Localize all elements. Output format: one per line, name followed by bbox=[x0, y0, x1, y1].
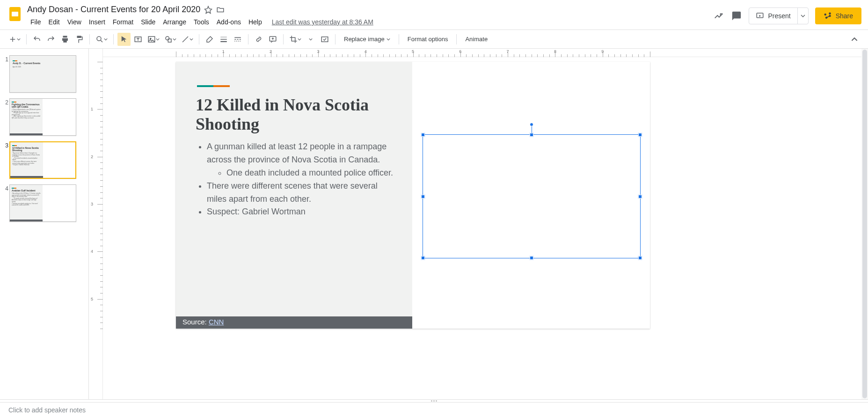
resize-handle-e[interactable] bbox=[638, 195, 642, 198]
menu-insert[interactable]: Insert bbox=[86, 16, 109, 28]
collapse-toolbar-icon[interactable] bbox=[847, 36, 861, 43]
resize-handle-sw[interactable] bbox=[421, 256, 425, 260]
vertical-scrollbar[interactable] bbox=[861, 49, 868, 399]
redo-button[interactable] bbox=[44, 33, 58, 46]
paint-format-button[interactable] bbox=[73, 33, 86, 46]
source-bar: Source: CNN bbox=[176, 316, 412, 329]
thumb-title: Andy D. - Current Events bbox=[13, 62, 73, 65]
slide-thumb-2[interactable]: Fighting the Coronavirus with QR Codes •… bbox=[9, 98, 76, 136]
thumb-text: • A gunman killed at least 12 people in … bbox=[12, 153, 41, 166]
thumb-text: • China implemented a new QR-based syste… bbox=[12, 109, 41, 119]
resize-handle-se[interactable] bbox=[638, 256, 642, 260]
thumb-title: 12 Killed in Nova Scotia Shooting bbox=[12, 147, 41, 152]
share-label: Share bbox=[836, 12, 853, 20]
crop-button[interactable] bbox=[287, 33, 303, 46]
speaker-notes[interactable]: Click to add speaker notes bbox=[0, 402, 868, 418]
resize-handle-s[interactable] bbox=[530, 256, 533, 260]
present-button-group: Present bbox=[749, 7, 808, 24]
star-icon[interactable] bbox=[204, 6, 212, 14]
undo-button[interactable] bbox=[30, 33, 44, 46]
print-button[interactable] bbox=[58, 33, 72, 46]
thumb-number: 2 bbox=[3, 98, 9, 136]
thumb-title: Fighting the Coronavirus with QR Codes bbox=[12, 103, 41, 108]
thumb-sub: April 20 2020 bbox=[13, 66, 73, 68]
svg-rect-17 bbox=[234, 41, 235, 42]
share-button[interactable]: Share bbox=[815, 7, 861, 24]
menu-format[interactable]: Format bbox=[109, 16, 137, 28]
explore-icon[interactable] bbox=[713, 10, 724, 22]
main-area: 1 Andy D. - Current Events April 20 2020… bbox=[0, 49, 868, 399]
slide-panel[interactable]: 1 Andy D. - Current Events April 20 2020… bbox=[0, 49, 89, 399]
menu-addons[interactable]: Add-ons bbox=[213, 16, 244, 28]
canvas-area[interactable]: 12345 123456789 12 Killed in Nova Scotia… bbox=[89, 49, 868, 399]
thumb-title: Arabian Gulf Incident bbox=[12, 190, 41, 192]
comments-icon[interactable] bbox=[731, 10, 742, 22]
thumb-number: 4 bbox=[3, 184, 9, 222]
menu-arrange[interactable]: Arrange bbox=[160, 16, 190, 28]
source-link[interactable]: CNN bbox=[209, 318, 224, 326]
menu-view[interactable]: View bbox=[64, 16, 85, 28]
border-dash-button[interactable] bbox=[231, 33, 244, 46]
slide-canvas[interactable]: 12 Killed in Nova Scotia Shooting A gunm… bbox=[176, 62, 650, 329]
menu-help[interactable]: Help bbox=[245, 16, 265, 28]
border-color-button[interactable] bbox=[203, 33, 216, 46]
rotate-handle[interactable] bbox=[530, 123, 533, 126]
svg-rect-14 bbox=[234, 39, 236, 40]
border-weight-button[interactable] bbox=[217, 33, 230, 46]
bullet-item: A gunman killed at least 12 people in a … bbox=[207, 142, 387, 164]
resize-handle-w[interactable] bbox=[421, 195, 425, 198]
slide-thumb-4[interactable]: Arabian Gulf Incident • According to the… bbox=[9, 184, 76, 222]
replace-image-button[interactable]: Replace image bbox=[339, 33, 395, 46]
app-header: Andy Dosan - Current Events for 20 April… bbox=[0, 0, 868, 30]
comment-button[interactable] bbox=[266, 33, 279, 46]
accent-bar bbox=[197, 85, 230, 87]
menu-tools[interactable]: Tools bbox=[190, 16, 212, 28]
toolbar: Replace image Format options Animate bbox=[0, 30, 868, 49]
thumb-text: • According to the US Navy, 11 Iranian v… bbox=[12, 193, 41, 206]
menu-file[interactable]: File bbox=[27, 16, 44, 28]
mask-button[interactable] bbox=[304, 33, 317, 46]
present-dropdown[interactable] bbox=[797, 8, 808, 24]
resize-handle-n[interactable] bbox=[530, 133, 533, 137]
new-slide-button[interactable] bbox=[7, 33, 22, 46]
svg-rect-15 bbox=[237, 39, 239, 40]
source-label: Source: bbox=[182, 318, 207, 326]
textbox-tool[interactable] bbox=[131, 33, 145, 46]
thumb-number: 3 bbox=[3, 141, 9, 179]
svg-rect-1 bbox=[12, 12, 18, 16]
image-tool[interactable] bbox=[146, 33, 161, 46]
slides-logo[interactable] bbox=[7, 6, 23, 22]
svg-point-8 bbox=[166, 37, 169, 40]
horizontal-ruler: 123456789 bbox=[103, 49, 868, 57]
slide-thumb-3[interactable]: 12 Killed in Nova Scotia Shooting • A gu… bbox=[9, 141, 76, 179]
svg-point-7 bbox=[150, 38, 151, 39]
menu-edit[interactable]: Edit bbox=[45, 16, 63, 28]
select-tool[interactable] bbox=[117, 33, 131, 46]
image-selection-box[interactable] bbox=[423, 134, 641, 258]
shape-tool[interactable] bbox=[162, 33, 178, 46]
line-tool[interactable] bbox=[179, 33, 195, 46]
svg-rect-22 bbox=[321, 37, 328, 42]
slide-thumb-1[interactable]: Andy D. - Current Events April 20 2020 bbox=[9, 55, 76, 93]
bullet-item: There were different scenes that were se… bbox=[207, 180, 398, 206]
last-edit-link[interactable]: Last edit was yesterday at 8:36 AM bbox=[272, 18, 373, 26]
resize-handle-nw[interactable] bbox=[421, 133, 425, 137]
format-options-button[interactable]: Format options bbox=[403, 33, 453, 46]
svg-rect-19 bbox=[238, 41, 239, 42]
svg-rect-12 bbox=[220, 41, 227, 42]
move-icon[interactable] bbox=[216, 6, 225, 14]
svg-rect-20 bbox=[240, 41, 241, 42]
sub-bullet-item: One death included a mounted police offi… bbox=[226, 167, 398, 180]
menu-slide[interactable]: Slide bbox=[138, 16, 159, 28]
present-button[interactable]: Present bbox=[749, 8, 797, 24]
zoom-button[interactable] bbox=[94, 33, 109, 46]
animate-button[interactable]: Animate bbox=[460, 33, 492, 46]
svg-point-4 bbox=[97, 37, 101, 41]
slide-bullets[interactable]: A gunman killed at least 12 people in a … bbox=[198, 140, 398, 219]
link-button[interactable] bbox=[252, 33, 265, 46]
reset-image-button[interactable] bbox=[318, 33, 331, 46]
resize-handle-ne[interactable] bbox=[638, 133, 642, 137]
slide-title[interactable]: 12 Killed in Nova Scotia Shooting bbox=[196, 95, 412, 134]
present-label: Present bbox=[768, 12, 790, 20]
document-title[interactable]: Andy Dosan - Current Events for 20 April… bbox=[27, 5, 200, 15]
